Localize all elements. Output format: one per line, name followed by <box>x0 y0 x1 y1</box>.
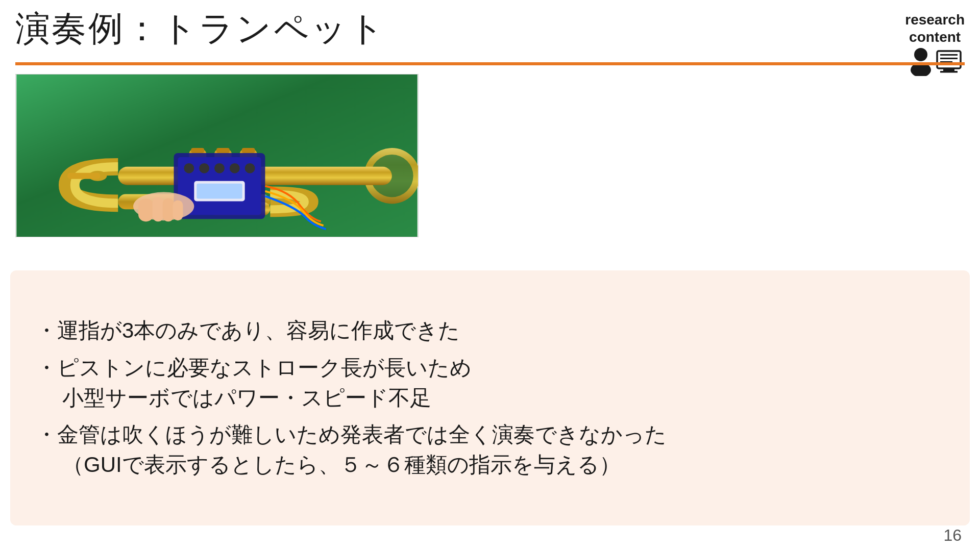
svg-rect-2 <box>937 51 961 68</box>
bullet-text-1: ・運指が3本のみであり、容易に作成できた <box>36 316 460 346</box>
slide-container: 演奏例：トランペット research content <box>0 0 980 551</box>
svg-rect-4 <box>940 71 958 73</box>
svg-rect-16 <box>191 148 204 153</box>
svg-point-0 <box>914 48 927 61</box>
svg-rect-6 <box>940 58 958 59</box>
bullet-item-1: ・運指が3本のみであり、容易に作成できた <box>36 316 944 346</box>
svg-rect-5 <box>940 54 958 56</box>
header: 演奏例：トランペット research content <box>0 0 980 66</box>
svg-rect-34 <box>197 184 242 199</box>
slide-title: 演奏例：トランペット <box>15 9 386 47</box>
svg-point-31 <box>230 163 240 173</box>
svg-rect-25 <box>67 173 101 179</box>
page-number: 16 <box>943 526 962 545</box>
bullet-sub-2: 小型サーボではパワー・スピード不足 <box>36 383 944 413</box>
svg-rect-39 <box>173 200 183 220</box>
bullet-sub-3: （GUIで表示するとしたら、５～６種類の指示を与える） <box>36 450 944 480</box>
bullet-item-3: ・金管は吹くほうが難しいため発表者では全く演奏できなかった <box>36 420 944 450</box>
trumpet-image <box>16 74 418 237</box>
content-box: ・運指が3本のみであり、容易に作成できた ・ピストンに必要なストローク長が長いた… <box>10 270 970 525</box>
svg-rect-22 <box>242 148 255 153</box>
svg-rect-37 <box>153 197 164 221</box>
orange-divider <box>15 62 965 65</box>
bullet-text-3: ・金管は吹くほうが難しいため発表者では全く演奏できなかった <box>36 420 667 450</box>
svg-rect-38 <box>163 198 174 221</box>
svg-point-28 <box>184 163 194 173</box>
branding-area: research content <box>905 11 965 76</box>
bullet-text-2: ・ピストンに必要なストローク長が長いため <box>36 353 472 383</box>
svg-rect-3 <box>943 68 954 71</box>
svg-rect-19 <box>216 148 230 153</box>
svg-rect-36 <box>138 198 154 221</box>
trumpet-image-area <box>15 74 419 237</box>
svg-point-32 <box>245 163 255 173</box>
bullet-item-2: ・ピストンに必要なストローク長が長いため <box>36 353 944 383</box>
svg-point-30 <box>214 163 225 173</box>
svg-point-29 <box>199 163 209 173</box>
branding-text: research content <box>905 11 965 45</box>
bullet-item-2-wrapper: ・ピストンに必要なストローク長が長いため 小型サーボではパワー・スピード不足 <box>36 353 944 413</box>
bullet-item-3-wrapper: ・金管は吹くほうが難しいため発表者では全く演奏できなかった （GUIで表示すると… <box>36 420 944 480</box>
